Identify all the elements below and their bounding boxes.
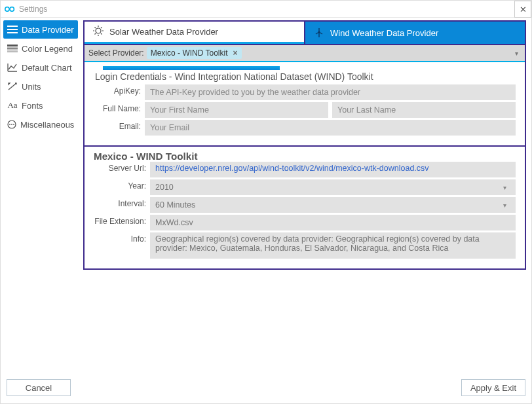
login-header: Login Credentials - Wind Integration Nat… bbox=[95, 71, 516, 82]
main-area: Solar Weather Data Provider Wind Weather… bbox=[81, 18, 531, 384]
tab-wind-provider[interactable]: Wind Weather Data Provider bbox=[305, 22, 525, 44]
sidebar-item-color-legend[interactable]: Color Legend bbox=[3, 39, 78, 58]
svg-rect-4 bbox=[7, 32, 18, 33]
tab-label: Wind Weather Data Provider bbox=[330, 28, 438, 38]
svg-point-9 bbox=[9, 124, 10, 125]
last-name-input[interactable] bbox=[332, 102, 516, 118]
svg-rect-3 bbox=[7, 29, 18, 30]
svg-rect-7 bbox=[7, 50, 18, 52]
svg-rect-5 bbox=[7, 45, 18, 46]
fonts-icon: Aa bbox=[7, 100, 18, 111]
svg-point-11 bbox=[13, 124, 14, 125]
apikey-input[interactable] bbox=[145, 84, 516, 100]
color-legend-icon bbox=[7, 45, 18, 52]
tab-solar-provider[interactable]: Solar Weather Data Provider bbox=[85, 22, 304, 44]
tab-label: Solar Weather Data Provider bbox=[109, 27, 218, 37]
window-title: Settings bbox=[19, 5, 47, 14]
units-icon bbox=[7, 82, 18, 91]
provider-tabs: Solar Weather Data Provider Wind Weather… bbox=[83, 20, 526, 45]
apply-exit-button[interactable]: Apply & Exit bbox=[461, 379, 525, 396]
selected-provider-chip: Mexico - WIND Toolkit × bbox=[147, 47, 242, 59]
dataset-panel: Mexico - WIND Toolkit Server Url: https:… bbox=[85, 145, 525, 268]
year-value: 2010 bbox=[155, 183, 174, 192]
login-credentials-panel: Login Credentials - Wind Integration Nat… bbox=[85, 62, 525, 145]
select-provider-label: Select Provider: bbox=[88, 48, 144, 58]
sidebar-item-default-chart[interactable]: Default Chart bbox=[3, 58, 78, 77]
body: Data Provider Color Legend Default Chart… bbox=[1, 18, 531, 384]
sidebar-item-label: Data Provider bbox=[22, 25, 73, 35]
svg-point-12 bbox=[96, 28, 101, 33]
app-logo-icon bbox=[5, 5, 15, 13]
chip-text: Mexico - WIND Toolkit bbox=[151, 48, 228, 58]
info-label: Info: bbox=[94, 232, 150, 259]
sidebar-item-miscellaneous[interactable]: Miscellaneous bbox=[3, 115, 78, 134]
year-label: Year: bbox=[94, 179, 150, 195]
apikey-label: ApiKey: bbox=[94, 84, 145, 100]
svg-rect-6 bbox=[7, 48, 18, 50]
info-text: Geographical region(s) covered by data p… bbox=[150, 232, 516, 259]
file-extension-label: File Extension: bbox=[94, 215, 150, 230]
window-close-button[interactable]: ✕ bbox=[514, 1, 531, 18]
svg-line-18 bbox=[101, 33, 102, 35]
sidebar-item-label: Fonts bbox=[22, 101, 43, 111]
svg-point-25 bbox=[318, 31, 320, 33]
svg-line-19 bbox=[95, 33, 96, 35]
provider-select-row[interactable]: Select Provider: Mexico - WIND Toolkit ×… bbox=[85, 45, 525, 62]
wind-turbine-icon bbox=[313, 26, 325, 40]
svg-rect-2 bbox=[7, 26, 18, 27]
cancel-button[interactable]: Cancel bbox=[7, 379, 71, 396]
dataset-header: Mexico - WIND Toolkit bbox=[94, 151, 516, 162]
svg-point-10 bbox=[11, 124, 12, 125]
footer: Cancel Apply & Exit bbox=[0, 379, 532, 404]
email-input[interactable] bbox=[145, 120, 516, 136]
fullname-label: Full Name: bbox=[94, 102, 145, 118]
server-url-value: https://developer.nrel.gov/api/wind-tool… bbox=[150, 162, 516, 177]
sidebar-item-data-provider[interactable]: Data Provider bbox=[3, 20, 78, 39]
svg-line-20 bbox=[101, 28, 102, 29]
sidebar-item-label: Units bbox=[22, 82, 41, 92]
file-extension-input[interactable] bbox=[150, 215, 516, 230]
server-url-label: Server Url: bbox=[94, 162, 150, 177]
sidebar-item-units[interactable]: Units bbox=[3, 77, 78, 96]
chevron-down-icon: ▾ bbox=[503, 202, 510, 209]
sidebar-item-fonts[interactable]: Aa Fonts bbox=[3, 96, 78, 115]
sidebar-item-label: Default Chart bbox=[22, 63, 72, 73]
data-provider-icon bbox=[7, 26, 18, 33]
interval-value: 60 Minutes bbox=[155, 200, 195, 210]
chart-icon bbox=[7, 63, 18, 72]
provider-content: Select Provider: Mexico - WIND Toolkit ×… bbox=[83, 45, 526, 270]
email-label: Email: bbox=[94, 120, 145, 136]
interval-label: Interval: bbox=[94, 197, 150, 213]
first-name-input[interactable] bbox=[145, 102, 328, 118]
misc-icon bbox=[7, 120, 16, 129]
year-select[interactable]: 2010 ▾ bbox=[150, 179, 516, 195]
chip-remove-icon[interactable]: × bbox=[233, 48, 238, 58]
sidebar-item-label: Miscellaneous bbox=[20, 120, 74, 130]
svg-point-0 bbox=[5, 7, 9, 10]
svg-point-1 bbox=[10, 7, 14, 10]
svg-line-17 bbox=[95, 28, 96, 29]
sun-icon bbox=[92, 25, 104, 39]
chevron-down-icon[interactable]: ▾ bbox=[515, 50, 518, 57]
settings-sidebar: Data Provider Color Legend Default Chart… bbox=[1, 18, 81, 384]
titlebar: Settings ✕ bbox=[1, 1, 531, 18]
interval-select[interactable]: 60 Minutes ▾ bbox=[150, 197, 516, 213]
sidebar-item-label: Color Legend bbox=[22, 44, 73, 54]
panel-accent-bar bbox=[103, 66, 280, 70]
chevron-down-icon: ▾ bbox=[503, 184, 510, 191]
